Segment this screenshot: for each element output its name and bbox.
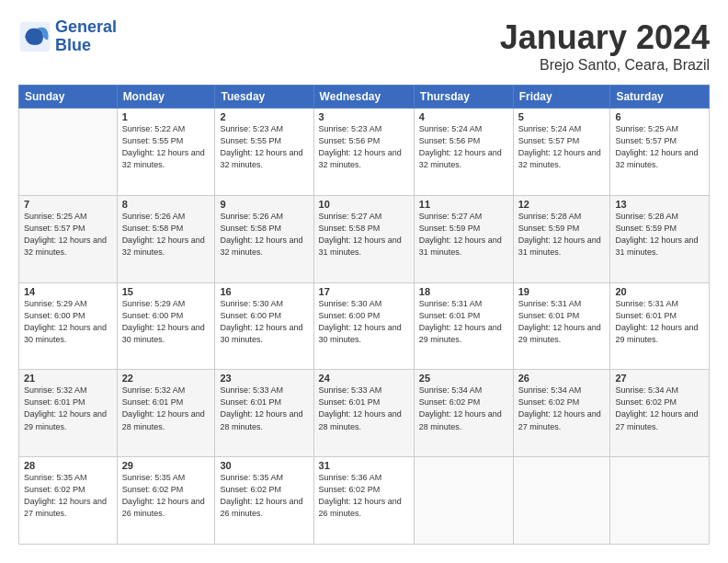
logo-line1: General xyxy=(55,18,117,37)
calendar-cell: 8 Sunrise: 5:26 AM Sunset: 5:58 PM Dayli… xyxy=(117,195,215,282)
day-number: 9 xyxy=(220,199,308,210)
calendar-cell: 9 Sunrise: 5:26 AM Sunset: 5:58 PM Dayli… xyxy=(215,195,313,282)
day-info: Sunrise: 5:25 AM Sunset: 5:57 PM Dayligh… xyxy=(615,123,704,171)
day-info: Sunrise: 5:28 AM Sunset: 5:59 PM Dayligh… xyxy=(518,211,606,259)
day-info: Sunrise: 5:36 AM Sunset: 6:02 PM Dayligh… xyxy=(319,472,409,520)
day-info: Sunrise: 5:31 AM Sunset: 6:01 PM Dayligh… xyxy=(615,298,704,346)
page: General Blue January 2024 Brejo Santo, C… xyxy=(0,0,728,563)
day-info: Sunrise: 5:34 AM Sunset: 6:02 PM Dayligh… xyxy=(518,385,606,432)
day-number: 19 xyxy=(518,286,606,297)
calendar-cell: 12 Sunrise: 5:28 AM Sunset: 5:59 PM Dayl… xyxy=(513,195,610,282)
day-number: 5 xyxy=(518,111,606,122)
calendar-week-4: 28 Sunrise: 5:35 AM Sunset: 6:02 PM Dayl… xyxy=(19,457,710,545)
header: General Blue January 2024 Brejo Santo, C… xyxy=(18,18,710,74)
calendar-header: Sunday Monday Tuesday Wednesday Thursday… xyxy=(19,86,710,109)
calendar-cell: 28 Sunrise: 5:35 AM Sunset: 6:02 PM Dayl… xyxy=(19,457,118,545)
day-number: 18 xyxy=(419,286,508,297)
calendar-week-0: 1 Sunrise: 5:22 AM Sunset: 5:55 PM Dayli… xyxy=(19,109,710,196)
day-number: 7 xyxy=(24,199,112,210)
calendar-cell: 4 Sunrise: 5:24 AM Sunset: 5:56 PM Dayli… xyxy=(414,109,513,196)
calendar-cell: 26 Sunrise: 5:34 AM Sunset: 6:02 PM Dayl… xyxy=(513,370,610,457)
header-tuesday: Tuesday xyxy=(215,86,313,109)
day-number: 24 xyxy=(319,373,409,384)
day-number: 14 xyxy=(24,286,112,297)
day-info: Sunrise: 5:31 AM Sunset: 6:01 PM Dayligh… xyxy=(518,298,606,346)
calendar-cell: 17 Sunrise: 5:30 AM Sunset: 6:00 PM Dayl… xyxy=(313,282,414,370)
day-number: 27 xyxy=(615,373,704,384)
day-info: Sunrise: 5:34 AM Sunset: 6:02 PM Dayligh… xyxy=(615,385,704,432)
day-info: Sunrise: 5:25 AM Sunset: 5:57 PM Dayligh… xyxy=(24,211,112,259)
day-info: Sunrise: 5:32 AM Sunset: 6:01 PM Dayligh… xyxy=(24,385,112,432)
calendar-cell: 16 Sunrise: 5:30 AM Sunset: 6:00 PM Dayl… xyxy=(215,282,313,370)
calendar-cell: 5 Sunrise: 5:24 AM Sunset: 5:57 PM Dayli… xyxy=(513,109,610,196)
day-number: 28 xyxy=(24,460,112,471)
calendar-cell: 18 Sunrise: 5:31 AM Sunset: 6:01 PM Dayl… xyxy=(414,282,513,370)
day-info: Sunrise: 5:22 AM Sunset: 5:55 PM Dayligh… xyxy=(122,123,210,171)
calendar-cell: 29 Sunrise: 5:35 AM Sunset: 6:02 PM Dayl… xyxy=(117,457,215,545)
day-info: Sunrise: 5:23 AM Sunset: 5:55 PM Dayligh… xyxy=(220,123,308,171)
header-friday: Friday xyxy=(513,86,610,109)
calendar-week-3: 21 Sunrise: 5:32 AM Sunset: 6:01 PM Dayl… xyxy=(19,370,710,457)
calendar-cell: 23 Sunrise: 5:33 AM Sunset: 6:01 PM Dayl… xyxy=(215,370,313,457)
calendar-cell: 27 Sunrise: 5:34 AM Sunset: 6:02 PM Dayl… xyxy=(610,370,710,457)
calendar-cell: 24 Sunrise: 5:33 AM Sunset: 6:01 PM Dayl… xyxy=(313,370,414,457)
calendar-body: 1 Sunrise: 5:22 AM Sunset: 5:55 PM Dayli… xyxy=(19,109,710,545)
calendar-table: Sunday Monday Tuesday Wednesday Thursday… xyxy=(18,85,710,545)
day-number: 21 xyxy=(24,373,112,384)
title-block: January 2024 Brejo Santo, Ceara, Brazil xyxy=(500,18,710,74)
day-info: Sunrise: 5:23 AM Sunset: 5:56 PM Dayligh… xyxy=(319,123,409,171)
calendar-cell: 11 Sunrise: 5:27 AM Sunset: 5:59 PM Dayl… xyxy=(414,195,513,282)
day-info: Sunrise: 5:30 AM Sunset: 6:00 PM Dayligh… xyxy=(220,298,308,346)
day-number: 3 xyxy=(319,111,409,122)
logo-icon xyxy=(18,20,51,53)
day-number: 23 xyxy=(220,373,308,384)
calendar-cell: 21 Sunrise: 5:32 AM Sunset: 6:01 PM Dayl… xyxy=(19,370,118,457)
day-info: Sunrise: 5:33 AM Sunset: 6:01 PM Dayligh… xyxy=(319,385,409,432)
day-number: 20 xyxy=(615,286,704,297)
day-info: Sunrise: 5:27 AM Sunset: 5:58 PM Dayligh… xyxy=(319,211,409,259)
header-thursday: Thursday xyxy=(414,86,513,109)
day-info: Sunrise: 5:35 AM Sunset: 6:02 PM Dayligh… xyxy=(24,472,112,520)
logo: General Blue xyxy=(18,18,117,55)
day-number: 4 xyxy=(419,111,508,122)
header-wednesday: Wednesday xyxy=(313,86,414,109)
calendar-week-2: 14 Sunrise: 5:29 AM Sunset: 6:00 PM Dayl… xyxy=(19,282,710,370)
logo-text: General Blue xyxy=(55,18,117,55)
calendar-cell: 6 Sunrise: 5:25 AM Sunset: 5:57 PM Dayli… xyxy=(610,109,710,196)
day-number: 26 xyxy=(518,373,606,384)
day-info: Sunrise: 5:28 AM Sunset: 5:59 PM Dayligh… xyxy=(615,211,704,259)
day-number: 11 xyxy=(419,199,508,210)
calendar-cell: 19 Sunrise: 5:31 AM Sunset: 6:01 PM Dayl… xyxy=(513,282,610,370)
day-number: 22 xyxy=(122,373,210,384)
day-info: Sunrise: 5:24 AM Sunset: 5:57 PM Dayligh… xyxy=(518,123,606,171)
day-info: Sunrise: 5:26 AM Sunset: 5:58 PM Dayligh… xyxy=(220,211,308,259)
day-number: 13 xyxy=(615,199,704,210)
day-info: Sunrise: 5:35 AM Sunset: 6:02 PM Dayligh… xyxy=(122,472,210,520)
header-row: Sunday Monday Tuesday Wednesday Thursday… xyxy=(19,86,710,109)
calendar-cell xyxy=(610,457,710,545)
calendar-cell xyxy=(513,457,610,545)
day-number: 6 xyxy=(615,111,704,122)
day-number: 10 xyxy=(319,199,409,210)
day-info: Sunrise: 5:32 AM Sunset: 6:01 PM Dayligh… xyxy=(122,385,210,432)
calendar-cell: 20 Sunrise: 5:31 AM Sunset: 6:01 PM Dayl… xyxy=(610,282,710,370)
calendar-cell: 14 Sunrise: 5:29 AM Sunset: 6:00 PM Dayl… xyxy=(19,282,118,370)
calendar-cell: 25 Sunrise: 5:34 AM Sunset: 6:02 PM Dayl… xyxy=(414,370,513,457)
header-sunday: Sunday xyxy=(19,86,118,109)
calendar-cell: 22 Sunrise: 5:32 AM Sunset: 6:01 PM Dayl… xyxy=(117,370,215,457)
day-number: 2 xyxy=(220,111,308,122)
day-info: Sunrise: 5:29 AM Sunset: 6:00 PM Dayligh… xyxy=(24,298,112,346)
location: Brejo Santo, Ceara, Brazil xyxy=(500,57,710,74)
calendar-week-1: 7 Sunrise: 5:25 AM Sunset: 5:57 PM Dayli… xyxy=(19,195,710,282)
calendar-cell: 3 Sunrise: 5:23 AM Sunset: 5:56 PM Dayli… xyxy=(313,109,414,196)
day-info: Sunrise: 5:26 AM Sunset: 5:58 PM Dayligh… xyxy=(122,211,210,259)
day-info: Sunrise: 5:24 AM Sunset: 5:56 PM Dayligh… xyxy=(419,123,508,171)
calendar-cell: 13 Sunrise: 5:28 AM Sunset: 5:59 PM Dayl… xyxy=(610,195,710,282)
calendar-cell: 7 Sunrise: 5:25 AM Sunset: 5:57 PM Dayli… xyxy=(19,195,118,282)
day-number: 29 xyxy=(122,460,210,471)
day-info: Sunrise: 5:29 AM Sunset: 6:00 PM Dayligh… xyxy=(122,298,210,346)
day-number: 15 xyxy=(122,286,210,297)
calendar-cell: 1 Sunrise: 5:22 AM Sunset: 5:55 PM Dayli… xyxy=(117,109,215,196)
day-number: 8 xyxy=(122,199,210,210)
day-info: Sunrise: 5:31 AM Sunset: 6:01 PM Dayligh… xyxy=(419,298,508,346)
